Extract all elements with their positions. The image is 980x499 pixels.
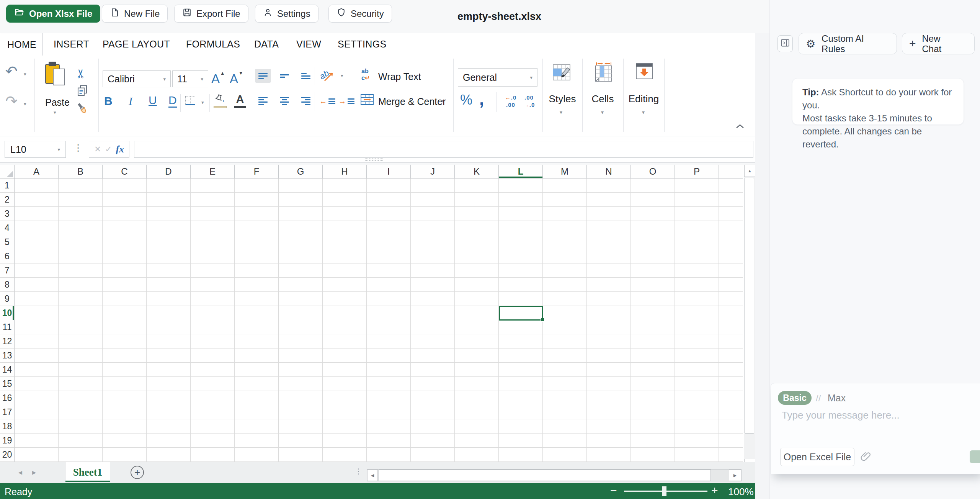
borders-button[interactable] — [185, 96, 195, 105]
cell-K5[interactable] — [455, 235, 499, 249]
cell-K12[interactable] — [455, 334, 499, 348]
cell-K9[interactable] — [455, 292, 499, 306]
row-header-3[interactable]: 3 — [0, 207, 15, 221]
comma-style-button[interactable]: , — [479, 91, 484, 108]
cell-B20[interactable] — [59, 448, 103, 462]
cell-D4[interactable] — [147, 221, 191, 235]
cell-J20[interactable] — [411, 448, 455, 462]
cell-partial[interactable] — [719, 320, 743, 334]
column-header-K[interactable]: K — [455, 165, 499, 178]
cell-H19[interactable] — [323, 434, 367, 448]
cell-H18[interactable] — [323, 419, 367, 434]
cell-B9[interactable] — [59, 292, 103, 306]
cell-A10[interactable] — [15, 306, 59, 320]
cell-N12[interactable] — [587, 334, 631, 348]
cell-I3[interactable] — [367, 207, 411, 221]
cell-N11[interactable] — [587, 320, 631, 334]
cell-O17[interactable] — [631, 405, 675, 419]
font-color-button[interactable]: A — [234, 93, 246, 108]
cell-P14[interactable] — [675, 363, 719, 377]
cell-A4[interactable] — [15, 221, 59, 235]
cell-C5[interactable] — [103, 235, 147, 249]
cell-G3[interactable] — [279, 207, 323, 221]
cell-E16[interactable] — [191, 391, 235, 405]
cell-O5[interactable] — [631, 235, 675, 249]
cell-B12[interactable] — [59, 334, 103, 348]
cell-P15[interactable] — [675, 377, 719, 391]
cell-H3[interactable] — [323, 207, 367, 221]
cell-C4[interactable] — [103, 221, 147, 235]
underline-button[interactable]: U — [149, 95, 157, 106]
row-header-6[interactable]: 6 — [0, 249, 15, 263]
cell-J14[interactable] — [411, 363, 455, 377]
column-header-O[interactable]: O — [631, 165, 675, 178]
cell-P17[interactable] — [675, 405, 719, 419]
cell-C19[interactable] — [103, 434, 147, 448]
settings-button[interactable]: Settings — [255, 5, 318, 23]
cell-P11[interactable] — [675, 320, 719, 334]
cell-M12[interactable] — [543, 334, 587, 348]
row-header-14[interactable]: 14 — [0, 363, 15, 377]
cell-K10[interactable] — [455, 306, 499, 320]
font-name-select[interactable]: Calibri▾ — [103, 70, 171, 87]
cell-F18[interactable] — [235, 419, 279, 434]
cell-M5[interactable] — [543, 235, 587, 249]
cell-A2[interactable] — [15, 193, 59, 207]
cell-L20[interactable] — [499, 448, 543, 462]
cell-J9[interactable] — [411, 292, 455, 306]
cell-A6[interactable] — [15, 249, 59, 263]
cell-P20[interactable] — [675, 448, 719, 462]
cell-G8[interactable] — [279, 278, 323, 292]
cell-E5[interactable] — [191, 235, 235, 249]
cell-D7[interactable] — [147, 263, 191, 278]
cell-A9[interactable] — [15, 292, 59, 306]
cell-M8[interactable] — [543, 278, 587, 292]
row-header-10[interactable]: 10 — [0, 306, 15, 320]
cell-J12[interactable] — [411, 334, 455, 348]
cell-G6[interactable] — [279, 249, 323, 263]
cell-K3[interactable] — [455, 207, 499, 221]
cell-K15[interactable] — [455, 377, 499, 391]
insert-function-fx-icon[interactable]: fx — [116, 144, 124, 155]
cell-J3[interactable] — [411, 207, 455, 221]
cell-I19[interactable] — [367, 434, 411, 448]
cell-D15[interactable] — [147, 377, 191, 391]
cell-O16[interactable] — [631, 391, 675, 405]
tab-home[interactable]: HOME — [1, 33, 43, 56]
cell-L15[interactable] — [499, 377, 543, 391]
cell-N17[interactable] — [587, 405, 631, 419]
row-header-19[interactable]: 19 — [0, 434, 15, 448]
cell-F11[interactable] — [235, 320, 279, 334]
cell-M18[interactable] — [543, 419, 587, 434]
cell-P19[interactable] — [675, 434, 719, 448]
wrap-text-button[interactable]: Wrap Text — [378, 71, 421, 82]
cell-L11[interactable] — [499, 320, 543, 334]
cell-F9[interactable] — [235, 292, 279, 306]
align-center-button[interactable] — [276, 94, 292, 108]
row-header-20[interactable]: 20 — [0, 448, 15, 462]
cell-partial[interactable] — [719, 419, 743, 434]
cell-M15[interactable] — [543, 377, 587, 391]
cell-D6[interactable] — [147, 249, 191, 263]
cell-partial[interactable] — [719, 448, 743, 462]
cell-J4[interactable] — [411, 221, 455, 235]
cell-E7[interactable] — [191, 263, 235, 278]
row-header-17[interactable]: 17 — [0, 405, 15, 419]
cell-partial[interactable] — [719, 405, 743, 419]
tab-formulas[interactable]: FORMULAS — [186, 33, 240, 56]
cell-I6[interactable] — [367, 249, 411, 263]
cell-N9[interactable] — [587, 292, 631, 306]
editing-dropdown-caret[interactable]: ▾ — [642, 109, 645, 115]
tab-view[interactable]: VIEW — [296, 33, 321, 56]
cell-A19[interactable] — [15, 434, 59, 448]
formula-input[interactable] — [134, 141, 753, 158]
cell-J8[interactable] — [411, 278, 455, 292]
cell-D1[interactable] — [147, 178, 191, 193]
cell-F2[interactable] — [235, 193, 279, 207]
cell-J17[interactable] — [411, 405, 455, 419]
column-header-G[interactable]: G — [279, 165, 323, 178]
cell-D2[interactable] — [147, 193, 191, 207]
cell-N13[interactable] — [587, 348, 631, 363]
row-header-13[interactable]: 13 — [0, 348, 15, 363]
percent-style-button[interactable]: % — [460, 93, 472, 107]
